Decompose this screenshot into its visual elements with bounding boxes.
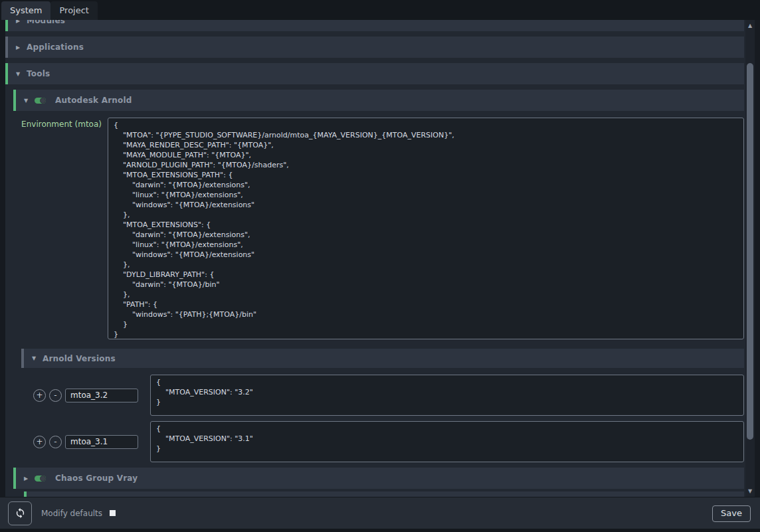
scroll-down-arrow-icon[interactable]: ▼ (745, 488, 755, 494)
version-name-input[interactable] (65, 389, 138, 402)
tab-project[interactable]: Project (50, 1, 97, 20)
section-header-autodesk-arnold[interactable]: ▼ Autodesk Arnold (13, 90, 744, 111)
section-header-chaos-group-vray[interactable]: ▶ Chaos Group Vray (13, 468, 744, 489)
version-name-input[interactable] (65, 435, 138, 449)
refresh-icon (15, 507, 26, 519)
add-version-button[interactable]: + (33, 436, 46, 448)
window-bottom-edge (0, 529, 760, 532)
chevron-right-icon: ▶ (16, 44, 27, 50)
version-controls: + - (33, 421, 150, 462)
chevron-down-icon: ▼ (24, 98, 35, 104)
section-title: Chaos Group Vray (55, 474, 138, 483)
chevron-down-icon: ▼ (32, 355, 43, 361)
scrollbar-thumb[interactable] (747, 63, 753, 440)
left-gutter (0, 20, 5, 497)
section-title: Tools (27, 69, 50, 78)
modify-defaults-checkbox[interactable] (110, 510, 116, 516)
scroll-up-arrow-icon[interactable]: ▲ (745, 23, 755, 29)
environment-row: Environment (mtoa) { "MTOA": "{PYPE_STUD… (13, 118, 744, 339)
chevron-down-icon: ▼ (16, 71, 27, 77)
vray-enabled-toggle[interactable] (35, 476, 46, 482)
version-row: + - { "MTOA_VERSION": "3.1" } (33, 421, 744, 462)
vertical-scrollbar[interactable]: ▲ ▼ (745, 20, 755, 497)
section-header-arnold-versions[interactable]: ▼ Arnold Versions (21, 349, 744, 368)
section-title: Arnold Versions (43, 354, 116, 363)
environment-json-textarea[interactable]: { "MTOA": "{PYPE_STUDIO_SOFTWARE}/arnold… (108, 118, 744, 339)
section-header-tools[interactable]: ▼ Tools (5, 63, 744, 84)
remove-version-button[interactable]: - (49, 389, 62, 402)
refresh-button[interactable] (8, 501, 32, 525)
settings-tab-bar: System Project (0, 0, 760, 20)
version-json-textarea[interactable]: { "MTOA_VERSION": "3.1" } (150, 421, 744, 462)
version-row: + - { "MTOA_VERSION": "3.2" } (33, 375, 744, 416)
section-title: Autodesk Arnold (55, 96, 132, 105)
modify-defaults-label: Modify defaults (41, 509, 102, 518)
chevron-right-icon: ▶ (24, 476, 35, 482)
environment-label: Environment (mtoa) (13, 118, 108, 339)
section-title: Applications (27, 43, 84, 52)
add-version-button[interactable]: + (33, 389, 46, 402)
footer-bar: Modify defaults Save (0, 497, 760, 529)
toggle-knob (40, 476, 46, 482)
remove-version-button[interactable]: - (49, 436, 62, 448)
tab-system[interactable]: System (1, 1, 50, 20)
section-header-applications[interactable]: ▶ Applications (5, 37, 744, 58)
section-title: Modules (27, 20, 65, 25)
settings-scroll-area: ▶ Modules ▶ Applications ▼ Tools ▼ Autod… (0, 20, 745, 497)
chevron-right-icon: ▶ (16, 20, 27, 24)
section-header-modules[interactable]: ▶ Modules (5, 20, 744, 31)
version-json-textarea[interactable]: { "MTOA_VERSION": "3.2" } (150, 375, 744, 416)
section-header-clipped (24, 491, 744, 497)
arnold-enabled-toggle[interactable] (35, 98, 46, 104)
section-modules-clipped: ▶ Modules (5, 20, 744, 31)
toggle-knob (40, 98, 46, 104)
save-button[interactable]: Save (712, 505, 751, 522)
version-controls: + - (33, 375, 150, 416)
